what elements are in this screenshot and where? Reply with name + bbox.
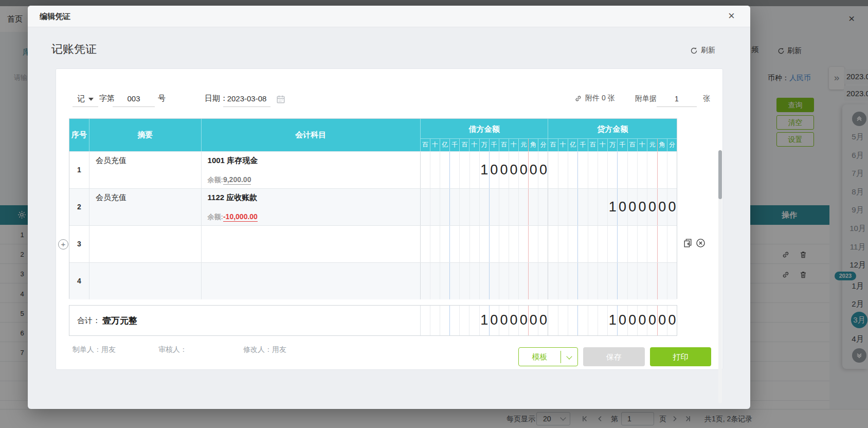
digit-cell	[440, 263, 450, 299]
edit-voucher-modal: 编辑凭证 × 记账凭证 刷新 记 字第 003 号 日期： 2023-03-08…	[28, 6, 750, 409]
digit-unit: 万	[608, 139, 618, 151]
date-input[interactable]: 2023-03-08	[223, 92, 270, 107]
summary-cell[interactable]	[89, 226, 202, 262]
digit-cell	[558, 152, 568, 188]
number-suffix-label: 号	[158, 94, 166, 103]
voucher-title: 记账凭证	[51, 42, 97, 57]
docs-count-input[interactable]: 1	[657, 92, 697, 107]
digit-cell	[568, 189, 578, 225]
digit-cell: 0	[519, 306, 529, 335]
digit-cell	[568, 152, 578, 188]
balance-line: 余额:9,200.00	[208, 175, 251, 185]
subject-cell[interactable]: 1001 库存现金 余额:9,200.00	[202, 152, 421, 188]
debit-amount-cell[interactable]	[421, 189, 549, 225]
debit-amount-cell[interactable]	[421, 226, 549, 262]
modal-title: 编辑凭证	[40, 12, 70, 22]
total-label-cell: 合计： 壹万元整	[69, 306, 421, 335]
calendar-icon[interactable]	[276, 95, 285, 104]
header-debit: 借方金额	[421, 119, 548, 139]
digit-cell	[490, 263, 499, 299]
refresh-button[interactable]: 刷新	[690, 46, 715, 55]
auditor-field: 审核人：	[158, 345, 187, 354]
digit-cell	[658, 263, 667, 299]
debit-amount-cell[interactable]	[421, 263, 549, 299]
chevron-down-icon[interactable]	[561, 355, 577, 359]
voucher-row: 3	[69, 225, 677, 262]
subject-cell[interactable]	[202, 263, 421, 299]
digit-cell: 0	[658, 189, 667, 225]
digit-cell	[470, 189, 480, 225]
scrollbar-thumb[interactable]	[718, 150, 722, 199]
voucher-word-select[interactable]: 记	[73, 92, 98, 107]
digit-cell: 0	[538, 152, 548, 188]
digit-cell	[440, 306, 450, 335]
header-subject: 会计科目	[202, 119, 421, 151]
voucher-card: 记 字第 003 号 日期： 2023-03-08 附件 0 张 附单据 1 张…	[56, 68, 723, 370]
digit-cell	[558, 189, 568, 225]
voucher-row: 4	[69, 262, 677, 299]
total-row: 合计： 壹万元整 1000000 1000000	[69, 305, 677, 336]
digit-cell	[460, 306, 469, 335]
docs-unit-label: 张	[703, 94, 710, 103]
digit-cell	[450, 226, 460, 262]
subject-cell[interactable]	[202, 226, 421, 262]
digit-cell	[558, 263, 568, 299]
digit-cell	[628, 263, 638, 299]
digit-cell	[470, 152, 480, 188]
digit-cell	[509, 263, 519, 299]
digit-cell	[460, 152, 469, 188]
digit-cell	[598, 306, 608, 335]
voucher-row: 2 会员充值 1122 应收账款 余额:-10,000.00 1000000	[69, 188, 677, 225]
digit-cell	[480, 263, 490, 299]
copy-row-icon[interactable]	[682, 238, 693, 248]
subject-cell[interactable]: 1122 应收账款 余额:-10,000.00	[202, 189, 421, 225]
digit-cell	[529, 189, 538, 225]
credit-amount-cell[interactable]	[548, 263, 677, 299]
digit-cell: 0	[499, 306, 509, 335]
print-button[interactable]: 打印	[650, 347, 711, 366]
credit-amount-cell[interactable]	[548, 152, 677, 188]
digit-cell	[529, 226, 538, 262]
close-icon[interactable]: ×	[728, 9, 735, 23]
digit-unit: 百	[548, 139, 558, 151]
digit-cell	[608, 263, 618, 299]
digit-unit: 十	[638, 139, 647, 151]
digit-cell	[618, 263, 627, 299]
digit-cell	[568, 263, 578, 299]
digit-unit: 百	[499, 139, 509, 151]
digit-unit: 分	[538, 139, 548, 151]
digit-cell	[598, 263, 608, 299]
digit-cell	[638, 263, 647, 299]
digit-cell	[588, 189, 598, 225]
remove-row-icon[interactable]	[695, 238, 706, 248]
digit-cell	[460, 189, 469, 225]
digit-cell	[667, 152, 677, 188]
digit-cell	[499, 263, 509, 299]
digit-cell: 0	[638, 189, 647, 225]
add-row-button[interactable]: +	[58, 239, 68, 249]
digit-cell: 0	[667, 189, 677, 225]
digit-cell	[588, 306, 598, 335]
template-button[interactable]: 模板	[518, 347, 578, 366]
digit-cell	[618, 226, 627, 262]
digit-unit: 千	[450, 139, 460, 151]
refresh-icon	[690, 47, 698, 55]
debit-amount-cell[interactable]: 1000000	[421, 152, 549, 188]
credit-amount-cell[interactable]: 1000000	[548, 189, 677, 225]
voucher-number-input[interactable]: 003	[113, 92, 155, 107]
voucher-table: 序号 摘要 会计科目 借方金额 百十亿千百十万千百十元角分 贷方金额 百十亿千百…	[69, 118, 677, 299]
summary-cell[interactable]	[89, 263, 202, 299]
summary-cell[interactable]: 会员充值	[89, 189, 202, 225]
digit-cell	[421, 306, 430, 335]
screen: 首页 库 请输 × 频 刷新 币种：人民币 查询 清空 设置 操作 1 2 3 …	[0, 0, 868, 428]
credit-amount-cell[interactable]	[548, 226, 677, 262]
digit-cell	[490, 189, 499, 225]
digit-cell: 0	[538, 306, 548, 335]
attachment-link[interactable]: 附件 0 张	[574, 94, 615, 103]
save-button[interactable]: 保存	[583, 347, 645, 366]
digit-cell	[578, 263, 588, 299]
digit-unit: 元	[519, 139, 529, 151]
summary-cell[interactable]: 会员充值	[89, 152, 202, 188]
digit-cell	[578, 306, 588, 335]
digit-cell: 0	[638, 306, 647, 335]
